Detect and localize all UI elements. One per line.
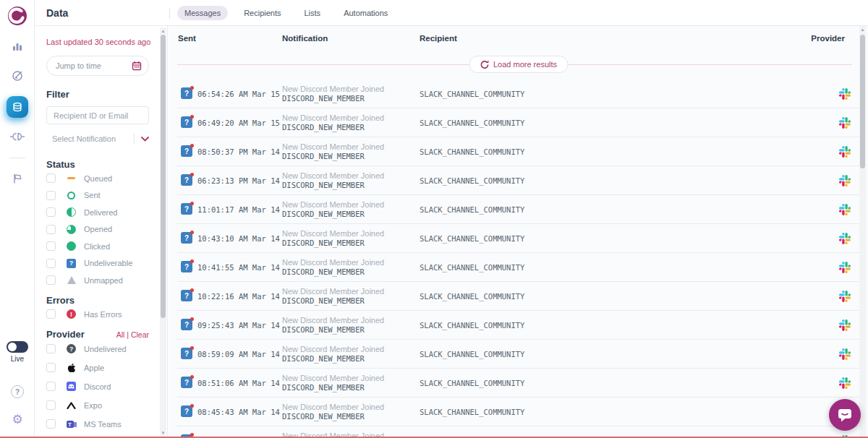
message-status-question-icon[interactable]: ? bbox=[181, 405, 192, 417]
slack-logo-icon[interactable] bbox=[839, 348, 851, 360]
scrollbar-thumb[interactable] bbox=[860, 35, 865, 168]
message-status-question-icon[interactable]: ? bbox=[181, 174, 192, 186]
main-scrollbar[interactable]: ▲ bbox=[859, 26, 866, 437]
provider-all-link[interactable]: All bbox=[116, 330, 125, 339]
message-row[interactable]: ? 06:54:26 AM Mar 15 New Discord Member … bbox=[177, 80, 861, 108]
errors-heading: Errors bbox=[46, 295, 148, 306]
status-filter-unmapped[interactable]: Unmapped bbox=[46, 272, 148, 289]
checkbox[interactable] bbox=[46, 363, 56, 372]
slack-logo-icon[interactable] bbox=[839, 377, 851, 389]
status-filter-sent[interactable]: Sent bbox=[46, 187, 148, 205]
provider-filter-ms-teams[interactable]: T MS Teams bbox=[46, 415, 148, 434]
scrollbar-up-arrow[interactable]: ▲ bbox=[859, 27, 866, 33]
help-button[interactable]: ? bbox=[0, 381, 35, 403]
designer-nav-button[interactable] bbox=[0, 64, 35, 86]
recipient-filter-input[interactable]: Recipient ID or Email bbox=[46, 106, 149, 124]
message-row[interactable]: ? 08:50:37 PM Mar 14 New Discord Member … bbox=[177, 137, 861, 166]
checkbox[interactable] bbox=[46, 225, 56, 234]
notification-cell: New Discord Member Joined DISCORD_NEW_ME… bbox=[282, 287, 384, 306]
checkbox[interactable] bbox=[46, 382, 56, 391]
status-filter-undeliverable[interactable]: ? Undeliverable bbox=[46, 255, 148, 272]
chat-widget-button[interactable] bbox=[829, 399, 861, 431]
slack-logo-icon[interactable] bbox=[839, 204, 851, 215]
status-filter-queued[interactable]: Queued bbox=[46, 170, 148, 187]
status-filter-opened[interactable]: Opened bbox=[46, 221, 148, 239]
message-row[interactable]: ? 06:23:13 PM Mar 14 New Discord Member … bbox=[177, 166, 861, 195]
notification-title: New Discord Member Joined bbox=[282, 171, 384, 181]
slack-logo-icon[interactable] bbox=[839, 291, 851, 302]
message-status-question-icon[interactable]: ? bbox=[181, 290, 192, 301]
data-nav-button-active[interactable] bbox=[0, 96, 35, 118]
message-status-question-icon[interactable]: ? bbox=[181, 203, 192, 215]
message-status-question-icon[interactable]: ? bbox=[181, 348, 192, 359]
message-row[interactable]: ? 11:01:17 AM Mar 14 New Discord Member … bbox=[177, 195, 861, 224]
slack-logo-icon[interactable] bbox=[839, 319, 851, 331]
message-status-question-icon[interactable]: ? bbox=[181, 87, 192, 99]
flags-nav-button[interactable] bbox=[0, 168, 35, 189]
message-row[interactable]: ? 10:41:55 AM Mar 14 New Discord Member … bbox=[177, 253, 861, 282]
message-row[interactable]: ? 06:49:20 AM Mar 15 New Discord Member … bbox=[177, 108, 861, 137]
analytics-nav-button[interactable] bbox=[0, 35, 35, 57]
message-status-question-icon[interactable]: ? bbox=[181, 145, 192, 157]
checkbox[interactable] bbox=[46, 241, 56, 251]
settings-button[interactable]: ⚙ bbox=[0, 408, 35, 430]
tab-lists[interactable]: Lists bbox=[297, 6, 328, 20]
slack-logo-icon[interactable] bbox=[839, 262, 851, 273]
slack-logo-icon[interactable] bbox=[839, 117, 851, 129]
checkbox[interactable] bbox=[46, 400, 56, 410]
slack-logo-icon[interactable] bbox=[839, 175, 851, 186]
message-status-question-icon[interactable]: ? bbox=[181, 116, 192, 128]
notification-select[interactable]: Select Notification bbox=[46, 132, 149, 146]
checkbox[interactable] bbox=[46, 309, 56, 319]
recipient-id: SLACK_CHANNEL_COMMUNITY bbox=[420, 176, 524, 185]
provider-filter-expo[interactable]: Expo bbox=[46, 396, 148, 415]
provider-filter-discord[interactable]: Discord bbox=[46, 377, 148, 396]
sent-time: 09:25:43 AM Mar 14 bbox=[197, 321, 280, 330]
checkbox[interactable] bbox=[46, 419, 56, 429]
provider-links-separator: | bbox=[124, 330, 131, 339]
tab-messages[interactable]: Messages bbox=[177, 6, 228, 20]
checkbox[interactable] bbox=[46, 207, 56, 217]
message-status-question-icon[interactable]: ? bbox=[181, 319, 192, 330]
message-status-question-icon[interactable]: ? bbox=[181, 377, 192, 388]
status-filter-clicked[interactable]: Clicked bbox=[46, 238, 148, 255]
message-row[interactable]: ? 09:25:43 AM Mar 14 New Discord Member … bbox=[177, 311, 861, 340]
checkbox[interactable] bbox=[46, 259, 56, 268]
provider-clear-link[interactable]: Clear bbox=[131, 330, 149, 339]
scrollbar-down-arrow[interactable]: ▼ bbox=[160, 430, 166, 436]
scrollbar-up-arrow[interactable]: ▲ bbox=[160, 28, 166, 34]
message-row[interactable]: ? 08:45:43 AM Mar 14 New Discord Member … bbox=[177, 398, 861, 426]
message-status-question-icon[interactable]: ? bbox=[181, 261, 192, 272]
provider-filter-undelivered[interactable]: ? Undelivered bbox=[46, 340, 148, 358]
flag-icon bbox=[12, 173, 23, 184]
live-toggle[interactable] bbox=[7, 341, 28, 353]
provider-filter-apple[interactable]: Apple bbox=[46, 358, 148, 377]
integrations-nav-button[interactable] bbox=[0, 126, 35, 147]
error-dot-icon bbox=[190, 202, 194, 205]
sidebar-scrollbar[interactable]: ▲ ▼ bbox=[160, 27, 166, 437]
courier-logo-icon[interactable] bbox=[7, 6, 27, 26]
message-row[interactable]: ? 10:43:10 AM Mar 14 New Discord Member … bbox=[177, 224, 861, 253]
tab-automations[interactable]: Automations bbox=[336, 6, 395, 20]
checkbox[interactable] bbox=[46, 173, 56, 183]
checkbox[interactable] bbox=[46, 344, 56, 353]
message-status-question-icon[interactable]: ? bbox=[181, 232, 192, 244]
calendar-icon[interactable] bbox=[132, 61, 142, 71]
slack-logo-icon[interactable] bbox=[839, 233, 851, 244]
message-row[interactable]: ? 10:22:16 AM Mar 14 New Discord Member … bbox=[177, 282, 861, 311]
tab-recipients[interactable]: Recipients bbox=[237, 6, 288, 20]
scrollbar-thumb[interactable] bbox=[161, 35, 166, 318]
notification-id: DISCORD_NEW_MEMBER bbox=[282, 267, 384, 277]
checkbox[interactable] bbox=[46, 191, 56, 200]
slack-logo-icon[interactable] bbox=[839, 146, 851, 158]
last-updated-refresh[interactable]: Last updated 30 seconds ago bbox=[46, 38, 148, 46]
slack-logo-icon[interactable] bbox=[839, 88, 851, 100]
expo-logo-icon bbox=[66, 402, 77, 409]
jump-to-time-input[interactable]: Jump to time bbox=[46, 56, 149, 76]
checkbox[interactable] bbox=[46, 275, 56, 285]
load-more-button[interactable]: Load more results bbox=[469, 56, 568, 73]
has-errors-filter[interactable]: ! Has Errors bbox=[46, 306, 148, 323]
message-row[interactable]: ? 08:59:09 AM Mar 14 New Discord Member … bbox=[177, 340, 861, 369]
status-filter-delivered[interactable]: Delivered bbox=[46, 204, 148, 221]
message-row[interactable]: ? 08:51:06 AM Mar 14 New Discord Member … bbox=[177, 369, 861, 398]
